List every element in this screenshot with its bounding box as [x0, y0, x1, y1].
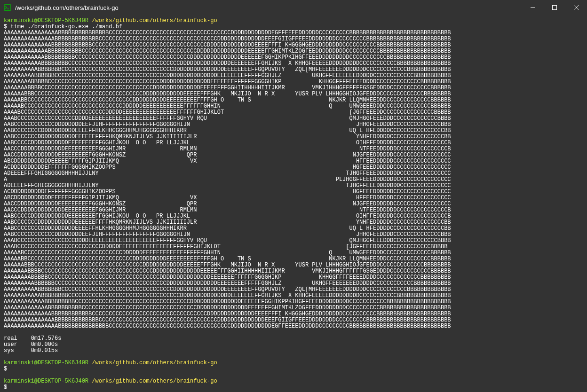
- app-icon: [4, 4, 11, 11]
- prompt-cwd: /works/github.com/others/brainfuck-go: [92, 17, 217, 24]
- time-user-value: 0m0.000s: [31, 341, 58, 348]
- command-text: time ./brainfuck-go.exe ./mand.bf: [10, 24, 122, 30]
- terminal-window: /works/github.com/others/brainfuck-go ka…: [0, 0, 587, 392]
- time-user-label: user: [4, 341, 17, 348]
- prompt-symbol: $: [4, 366, 7, 372]
- svg-rect-0: [4, 5, 11, 10]
- time-sys-value: 0m0.015s: [31, 347, 58, 354]
- terminal-content: karminski@DESKTOP-5K6J40R /works/github.…: [4, 18, 583, 391]
- prompt-user-host: karminski@DESKTOP-5K6J40R: [4, 378, 88, 384]
- time-real-value: 0m17.576s: [31, 335, 62, 342]
- program-output: AAAAAAAAAAAAAAAABBBBBBBBBBBBBBBCCCCCCCCC…: [4, 30, 451, 329]
- minimize-button[interactable]: [522, 0, 544, 15]
- window-title: /works/github.com/others/brainfuck-go: [15, 4, 119, 11]
- time-sys-label: sys: [4, 347, 14, 354]
- terminal-body[interactable]: karminski@DESKTOP-5K6J40R /works/github.…: [0, 15, 587, 392]
- svg-rect-3: [553, 6, 557, 10]
- prompt-symbol: $: [4, 24, 7, 30]
- prompt-user-host: karminski@DESKTOP-5K6J40R: [4, 360, 88, 366]
- time-real-label: real: [4, 335, 17, 342]
- titlebar[interactable]: /works/github.com/others/brainfuck-go: [0, 0, 587, 15]
- maximize-button[interactable]: [544, 0, 565, 15]
- prompt-cwd: /works/github.com/others/brainfuck-go: [92, 360, 217, 366]
- prompt-cwd: /works/github.com/others/brainfuck-go: [92, 378, 217, 384]
- prompt-user-host: karminski@DESKTOP-5K6J40R: [4, 17, 88, 24]
- prompt-symbol: $: [4, 384, 7, 391]
- close-button[interactable]: [565, 0, 587, 15]
